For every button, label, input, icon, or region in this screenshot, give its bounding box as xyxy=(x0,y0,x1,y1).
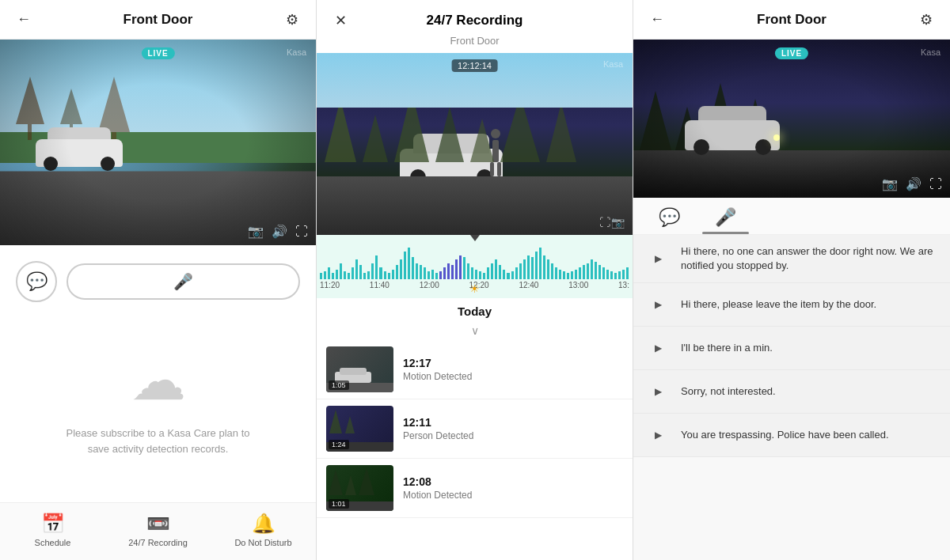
timeline-bar-54 xyxy=(535,252,538,279)
volume-icon-right[interactable]: 🔊 xyxy=(906,176,922,191)
event-time-2: 12:08 xyxy=(403,475,623,488)
timeline-bar-52 xyxy=(527,255,530,279)
play-btn-3[interactable]: ▶ xyxy=(646,380,670,403)
tl-label-4: 12:40 xyxy=(519,281,538,289)
event-type-1: Person Detected xyxy=(403,430,623,441)
timeline-bar-2 xyxy=(328,267,330,279)
play-btn-1[interactable]: ▶ xyxy=(646,293,670,316)
event-item-0[interactable]: 1:05 12:17 Motion Detected xyxy=(317,340,633,399)
timeline-bar-24 xyxy=(416,263,418,279)
close-button[interactable]: ✕ xyxy=(329,9,352,32)
back-button-left[interactable]: ← xyxy=(13,9,35,31)
timeline-bar-63 xyxy=(571,271,573,279)
back-button-right[interactable]: ← xyxy=(646,9,668,31)
camera-controls-left: 📷 🔊 ⛶ xyxy=(248,224,308,239)
timeline-bar-73 xyxy=(610,271,613,279)
timeline-bar-41 xyxy=(483,273,485,279)
timeline-bar-6 xyxy=(344,271,346,279)
timeline-bar-28 xyxy=(431,270,434,279)
camera-feed-right: LIVE Kasa 📷 🔊 ⛶ xyxy=(633,40,950,198)
timeline-bar-68 xyxy=(591,259,593,279)
mic-button[interactable]: 🎤 xyxy=(66,263,300,300)
timeline-bar-69 xyxy=(595,262,597,279)
timeline-bar-20 xyxy=(400,259,402,279)
timeline-bar-49 xyxy=(515,267,518,279)
fullscreen-icon-left[interactable]: ⛶ xyxy=(295,225,308,239)
timeline-bar-33 xyxy=(451,265,454,279)
voice-msg-text-1: Hi there, please leave the item by the d… xyxy=(681,297,937,312)
tab-microphone[interactable]: 🎤 xyxy=(702,204,749,234)
timeline-bar-0 xyxy=(320,273,322,279)
events-section: Today ∨ 1:05 12:17 Motion Detected xyxy=(317,298,633,560)
timeline-bar-48 xyxy=(511,271,514,279)
play-btn-4[interactable]: ▶ xyxy=(646,423,670,447)
footer-tab-dnd[interactable]: 🔔 Do Not Disturb xyxy=(211,513,316,547)
event-info-2: 12:08 Motion Detected xyxy=(403,475,623,501)
settings-button-right[interactable]: ⚙ xyxy=(915,9,937,31)
volume-icon-left[interactable]: 🔊 xyxy=(272,224,287,239)
play-btn-0[interactable]: ▶ xyxy=(646,247,670,271)
tl-label-6: 13: xyxy=(618,281,629,289)
camera-snap-icon-right[interactable]: 📷 xyxy=(882,176,898,191)
timeline-bar-31 xyxy=(443,267,446,279)
video-watermark: Kasa xyxy=(603,59,623,69)
timeline-bar-39 xyxy=(475,270,477,279)
event-item-2[interactable]: 1:01 12:08 Motion Detected xyxy=(317,459,633,518)
voice-msg-2[interactable]: ▶ I'll be there in a min. xyxy=(633,327,950,370)
talk-button[interactable]: 💬 xyxy=(16,261,57,302)
footer-tab-recording[interactable]: 📼 24/7 Recording xyxy=(105,513,211,547)
footer-tab-schedule[interactable]: 📅 Schedule xyxy=(0,513,105,547)
timeline-bar-8 xyxy=(352,267,354,279)
video-camera-icon[interactable]: 📷 xyxy=(611,216,625,229)
timeline-pointer xyxy=(470,235,480,241)
timeline-bar-60 xyxy=(559,270,561,279)
voice-msg-3[interactable]: ▶ Sorry, not interested. xyxy=(633,370,950,414)
timeline-bar-47 xyxy=(507,273,509,279)
timeline-bar-25 xyxy=(420,265,422,279)
video-expand-icon[interactable]: ⛶ xyxy=(599,216,610,229)
timeline-bar-14 xyxy=(375,255,378,279)
camera-snapshot-icon[interactable]: 📷 xyxy=(248,224,264,239)
timeline-bar-42 xyxy=(487,267,489,279)
timeline-bar-51 xyxy=(523,259,526,279)
timeline-bar-56 xyxy=(543,255,545,279)
timeline-bar-77 xyxy=(626,267,629,279)
timeline-bar-12 xyxy=(367,271,370,279)
fullscreen-icon-right[interactable]: ⛶ xyxy=(929,177,942,191)
timeline-bar-75 xyxy=(618,271,621,279)
panel3-title: Front Door xyxy=(757,12,826,28)
dnd-label: Do Not Disturb xyxy=(234,538,291,547)
panel-left: ← Front Door ⚙ xyxy=(0,0,317,560)
panel2-subtitle: Front Door xyxy=(317,32,633,53)
timeline-bar-59 xyxy=(555,267,557,279)
cloud-icon: ☁ xyxy=(131,348,186,413)
event-duration-0: 1:05 xyxy=(329,380,349,390)
timeline-bar-22 xyxy=(408,248,410,279)
tab-messages[interactable]: 💬 xyxy=(646,204,693,234)
timeline-bar-35 xyxy=(459,255,462,279)
event-thumb-2: 1:01 xyxy=(326,465,393,511)
event-type-0: Motion Detected xyxy=(403,371,623,382)
settings-button-left[interactable]: ⚙ xyxy=(281,9,303,31)
timeline-bar-46 xyxy=(503,270,505,279)
events-chevron[interactable]: ∨ xyxy=(317,324,633,337)
voice-msg-0[interactable]: ▶ Hi there, no one can answer the door r… xyxy=(633,235,950,283)
voice-msg-4[interactable]: ▶ You are trespassing. Police have been … xyxy=(633,414,950,457)
play-btn-2[interactable]: ▶ xyxy=(646,336,670,360)
messages-tab-indicator xyxy=(646,232,693,234)
event-item-1[interactable]: 1:24 12:11 Person Detected xyxy=(317,399,633,459)
empty-state: ☁ Please subscribe to a Kasa Care plan t… xyxy=(55,318,261,486)
timeline-bar-66 xyxy=(583,265,585,279)
voice-msg-text-2: I'll be there in a min. xyxy=(681,341,937,355)
timeline-bar-71 xyxy=(602,267,605,279)
timeline-bar-37 xyxy=(467,263,469,279)
timeline-bar-29 xyxy=(435,273,438,279)
timeline[interactable]: 11:20 11:40 12:00 12:20 12:40 13:00 13: … xyxy=(317,235,633,298)
voice-msg-1[interactable]: ▶ Hi there, please leave the item by the… xyxy=(633,283,950,327)
event-info-1: 12:11 Person Detected xyxy=(403,416,623,441)
timeline-bar-57 xyxy=(547,259,549,279)
timeline-bar-23 xyxy=(412,257,414,279)
event-thumb-0: 1:05 xyxy=(326,346,393,392)
timeline-bar-72 xyxy=(606,270,609,279)
messages-tab-icon: 💬 xyxy=(659,207,680,228)
